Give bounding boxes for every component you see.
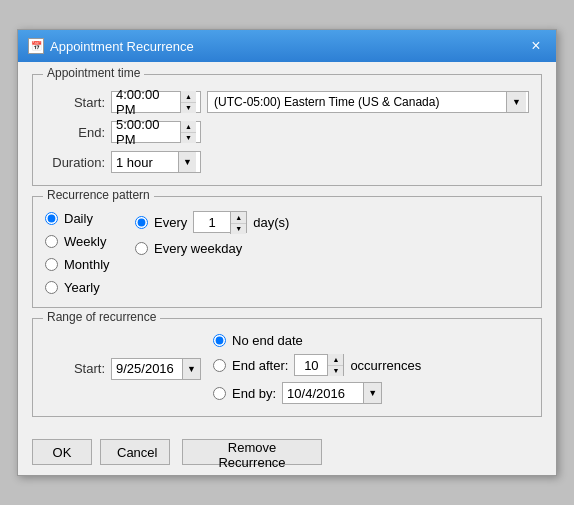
radio-yearly: Yearly	[45, 280, 135, 295]
occ-spinner[interactable]: ▲ ▼	[327, 354, 343, 376]
dialog-title: Appointment Recurrence	[50, 39, 194, 54]
title-bar-left: 📅 Appointment Recurrence	[28, 38, 194, 54]
ok-button[interactable]: OK	[32, 439, 92, 465]
start-time-spinner[interactable]: ▲ ▼	[180, 91, 196, 113]
timezone-value: (UTC-05:00) Eastern Time (US & Canada)	[210, 95, 506, 109]
cancel-button[interactable]: Cancel	[100, 439, 170, 465]
radio-yearly-label: Yearly	[64, 280, 100, 295]
radio-monthly-input[interactable]	[45, 258, 58, 271]
radio-daily-label: Daily	[64, 211, 93, 226]
radio-every-weekday-input[interactable]	[135, 242, 148, 255]
timezone-dropdown-arrow[interactable]: ▼	[506, 92, 526, 112]
end-by-date-arrow[interactable]: ▼	[363, 383, 381, 403]
recurrence-body: Daily Weekly Monthly Yearly	[45, 211, 529, 295]
end-after-row: End after: 10 ▲ ▼ occurrences	[213, 354, 421, 376]
dialog-icon: 📅	[28, 38, 44, 54]
range-start-date-arrow[interactable]: ▼	[182, 359, 200, 379]
days-label: day(s)	[253, 215, 289, 230]
every-down[interactable]: ▼	[231, 224, 246, 235]
start-time-input[interactable]: 4:00:00 PM ▲ ▼	[111, 91, 201, 113]
end-time-value: 5:00:00 PM	[116, 117, 180, 147]
no-end-date-row: No end date	[213, 333, 421, 348]
range-options: No end date End after: 10 ▲ ▼	[213, 333, 421, 404]
occ-down[interactable]: ▼	[328, 366, 343, 377]
radio-monthly: Monthly	[45, 257, 135, 272]
radio-every-weekday-label: Every weekday	[154, 241, 242, 256]
recurrence-left: Daily Weekly Monthly Yearly	[45, 211, 135, 295]
end-row: End: 5:00:00 PM ▲ ▼	[45, 121, 529, 143]
range-of-recurrence-group: Range of recurrence Start: 9/25/2016 ▼ N…	[32, 318, 542, 417]
end-by-label: End by:	[232, 386, 276, 401]
radio-every: Every 1 ▲ ▼ day(s)	[135, 211, 529, 233]
radio-yearly-input[interactable]	[45, 281, 58, 294]
duration-label: Duration:	[45, 155, 105, 170]
occurrences-input[interactable]: 10 ▲ ▼	[294, 354, 344, 376]
radio-monthly-label: Monthly	[64, 257, 110, 272]
end-by-date-value: 10/4/2016	[283, 386, 363, 401]
range-start-label: Start:	[45, 361, 105, 376]
range-start-row: Start: 9/25/2016 ▼ No end date End	[45, 333, 529, 404]
end-by-date-input[interactable]: 10/4/2016 ▼	[282, 382, 382, 404]
radio-daily: Daily	[45, 211, 135, 226]
close-button[interactable]: ×	[526, 36, 546, 56]
start-label: Start:	[45, 95, 105, 110]
end-time-down[interactable]: ▼	[181, 133, 196, 144]
timezone-select[interactable]: (UTC-05:00) Eastern Time (US & Canada) ▼	[207, 91, 529, 113]
start-time-value: 4:00:00 PM	[116, 87, 180, 117]
start-time-up[interactable]: ▲	[181, 91, 196, 103]
every-up[interactable]: ▲	[231, 212, 246, 224]
end-time-spinner[interactable]: ▲ ▼	[180, 121, 196, 143]
duration-value: 1 hour	[116, 155, 178, 170]
end-by-row: End by: 10/4/2016 ▼	[213, 382, 421, 404]
every-number-field[interactable]: 1	[194, 212, 230, 232]
occurrences-label: occurrences	[350, 358, 421, 373]
appointment-recurrence-dialog: 📅 Appointment Recurrence × Appointment t…	[17, 29, 557, 476]
radio-weekly-label: Weekly	[64, 234, 106, 249]
start-row: Start: 4:00:00 PM ▲ ▼ (UTC-05:00) Easter…	[45, 91, 529, 113]
radio-weekly-input[interactable]	[45, 235, 58, 248]
title-bar: 📅 Appointment Recurrence ×	[18, 30, 556, 62]
radio-daily-input[interactable]	[45, 212, 58, 225]
dialog-footer: OK Cancel Remove Recurrence	[18, 429, 556, 475]
radio-every-weekday: Every weekday	[135, 241, 529, 256]
appointment-time-group: Appointment time Start: 4:00:00 PM ▲ ▼ (…	[32, 74, 542, 186]
start-time-down[interactable]: ▼	[181, 103, 196, 114]
range-start-date-input[interactable]: 9/25/2016 ▼	[111, 358, 201, 380]
end-after-radio[interactable]	[213, 359, 226, 372]
occurrences-value: 10	[295, 358, 327, 373]
duration-dropdown-arrow[interactable]: ▼	[178, 152, 196, 172]
occ-up[interactable]: ▲	[328, 354, 343, 366]
every-number-input[interactable]: 1 ▲ ▼	[193, 211, 247, 233]
dialog-body: Appointment time Start: 4:00:00 PM ▲ ▼ (…	[18, 62, 556, 429]
radio-every-input[interactable]	[135, 216, 148, 229]
radio-weekly: Weekly	[45, 234, 135, 249]
remove-recurrence-button[interactable]: Remove Recurrence	[182, 439, 322, 465]
no-end-date-radio[interactable]	[213, 334, 226, 347]
appointment-time-label: Appointment time	[43, 66, 144, 80]
duration-select[interactable]: 1 hour ▼	[111, 151, 201, 173]
end-time-up[interactable]: ▲	[181, 121, 196, 133]
recurrence-right: Every 1 ▲ ▼ day(s) Every weekday	[135, 211, 529, 295]
end-by-radio[interactable]	[213, 387, 226, 400]
end-label: End:	[45, 125, 105, 140]
recurrence-pattern-label: Recurrence pattern	[43, 188, 154, 202]
end-after-label: End after:	[232, 358, 288, 373]
every-spinner[interactable]: ▲ ▼	[230, 212, 246, 234]
range-start-date-value: 9/25/2016	[112, 361, 182, 376]
end-time-input[interactable]: 5:00:00 PM ▲ ▼	[111, 121, 201, 143]
no-end-date-label: No end date	[232, 333, 303, 348]
range-of-recurrence-label: Range of recurrence	[43, 310, 160, 324]
duration-row: Duration: 1 hour ▼	[45, 151, 529, 173]
radio-every-label: Every	[154, 215, 187, 230]
recurrence-pattern-group: Recurrence pattern Daily Weekly Monthly	[32, 196, 542, 308]
range-body: Start: 9/25/2016 ▼ No end date End	[45, 333, 529, 404]
